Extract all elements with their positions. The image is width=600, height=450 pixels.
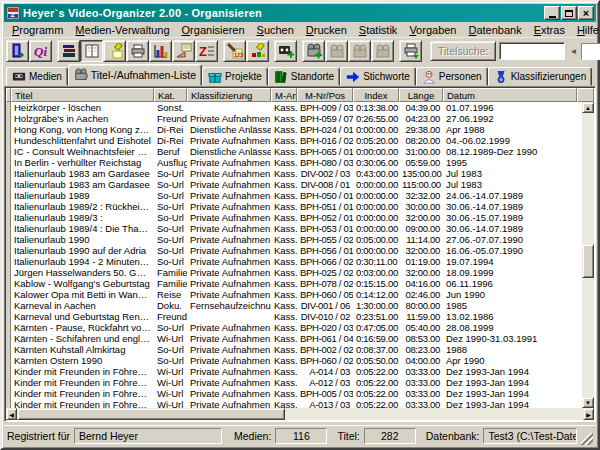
table-row[interactable]: Italienurlaub 1989/2 : Rückheim's kom...…	[6, 201, 582, 212]
window-titlebar[interactable]: 2 Heyer`s Video-Organizer 2.00 - Organis…	[4, 4, 596, 22]
cell-klassifizierung: Private Aufnahmen	[187, 322, 271, 333]
table-row[interactable]: Hundeschlittenfahrt und EishotelDi-ReiPr…	[6, 135, 582, 146]
table-row[interactable]: Holzgräbe's in AachenFreundePrivate Aufn…	[6, 113, 582, 124]
table-row[interactable]: Kinder mit Freunden in Föhrenau über...W…	[6, 399, 582, 408]
tab-klassifizierungen[interactable]: Klassifizierungen	[488, 67, 593, 86]
titelsuche-input[interactable]	[499, 42, 565, 60]
table-row[interactable]: Italienurlaub 1990So-UrlPrivate Aufnahme…	[6, 234, 582, 245]
organisieren-button[interactable]	[80, 40, 103, 62]
table-row[interactable]: Italienurlaub 1983 am GardaseeSo-UrlPriv…	[6, 179, 582, 190]
table-row[interactable]: Kablow - Wolfgang's GeburtstagFamiliePri…	[6, 278, 582, 289]
table-row[interactable]: Kinder mit Freunden in Föhrenau über...W…	[6, 388, 582, 399]
spinner-left-icon[interactable]: ◄	[568, 47, 578, 56]
scroll-right-button[interactable]: ▶	[583, 408, 594, 420]
tab-projekte[interactable]: Projekte	[202, 67, 268, 86]
exit-button[interactable]	[6, 40, 29, 62]
vertical-scroll-thumb[interactable]	[582, 244, 594, 278]
column-header-m-nr-pos[interactable]: M-Nr/Pos	[297, 88, 353, 102]
cell-m-art: Kass.	[271, 267, 297, 278]
table-row[interactable]: IC - Consult Weihnachtsfeier 1989 u.a...…	[6, 146, 582, 157]
table-row[interactable]: Kalower Opa mit Betti in WanneperwenReis…	[6, 289, 582, 300]
menu-item-suchen[interactable]: Suchen	[251, 24, 300, 36]
horizontal-scrollbar[interactable]: ◀ ▶	[6, 408, 594, 420]
table-row[interactable]: Kärnten - Schifahren und englische F...W…	[6, 333, 582, 344]
table-row[interactable]: Italienurlaub 1989So-UrlPrivate Aufnahme…	[6, 190, 582, 201]
table-row[interactable]: Italienurlaub 1990 auf der AdriaSo-UrlPr…	[6, 245, 582, 256]
cell-klassifizierung: Private Aufnahmen	[187, 135, 271, 146]
column-header-datum[interactable]: Datum	[443, 88, 577, 102]
table-row[interactable]: Kinder mit Freunden in Föhrenau über...W…	[6, 377, 582, 388]
druckliste-button[interactable]	[399, 40, 422, 62]
vorgaben-button[interactable]	[172, 40, 195, 62]
klassifizieren-button[interactable]: 123	[223, 40, 246, 62]
column-header-klassifizierung[interactable]: Klassifizierung	[187, 88, 271, 102]
tab-standorte[interactable]: Standorte	[268, 67, 340, 86]
cell-klassifizierung: Private Aufnahmen	[187, 190, 271, 201]
table-row[interactable]: Jürgen Hasselwanders 50. Geburtsta...Fam…	[6, 267, 582, 278]
neues-medium-button[interactable]	[274, 40, 297, 62]
table-row[interactable]: Hong Kong, von Hong Kong zurück n...Di-R…	[6, 124, 582, 135]
cell-m-art: Kass.	[271, 278, 297, 289]
spinner-value-box[interactable]	[581, 43, 600, 60]
menu-item-datenbank[interactable]: Datenbank	[462, 24, 527, 36]
close-button[interactable]: ×	[578, 6, 594, 20]
statistik-button[interactable]	[149, 40, 172, 62]
drucken-button[interactable]	[126, 40, 149, 62]
klassifizierung-suchen-button[interactable]	[246, 40, 269, 62]
table-row[interactable]: Italienurlaub 1989/3 :So-UrlPrivate Aufn…	[6, 212, 582, 223]
vertical-scrollbar[interactable]: ▲ ▼	[582, 102, 594, 408]
cell-klassifizierung: Private Aufnahmen	[187, 399, 271, 408]
tab-titel-aufnahmen-liste[interactable]: Titel-/Aufnahmen-Liste	[68, 64, 202, 86]
column-header-titel[interactable]: Titel	[11, 88, 154, 102]
menu-item-drucken[interactable]: Drucken	[300, 24, 353, 36]
cell-index: 0:00:00.00	[353, 146, 399, 157]
scroll-left-button[interactable]: ◀	[6, 408, 17, 420]
cell-titel: Italienurlaub 1989/3 :	[11, 212, 154, 223]
table-row[interactable]: Kärnten Ostern 1990So-UrlPrivate Aufnahm…	[6, 355, 582, 366]
suchen-button[interactable]	[103, 40, 126, 62]
table-row[interactable]: Italienurlaub 1989/4 : Die Thago und ...…	[6, 223, 582, 234]
neuer-titel-button[interactable]	[302, 40, 325, 62]
minimize-button[interactable]	[544, 6, 560, 20]
resize-grip[interactable]	[581, 433, 593, 445]
table-row[interactable]: Italienurlaub 1983 am GardaseeSo-UrlPriv…	[6, 168, 582, 179]
quickinfo-button[interactable]: Qi	[29, 40, 52, 62]
scroll-up-button[interactable]: ▲	[582, 102, 594, 113]
cell-datum: Dez 1993-Jan 1994	[443, 377, 577, 388]
column-header-m-art[interactable]: M-Art	[271, 88, 297, 102]
menu-item-vorgaben[interactable]: Vorgaben	[403, 24, 462, 36]
tab-medien[interactable]: Medien	[6, 67, 68, 86]
table-row[interactable]: Italienurlaub 1994 - 2 Minuten (!!)So-Ur…	[6, 256, 582, 267]
menu-item-hilfe[interactable]: Hilfe	[571, 24, 600, 36]
menu-item-programm[interactable]: Programm	[6, 24, 69, 36]
maximize-button[interactable]	[561, 6, 577, 20]
menu-item-medien-verwaltung[interactable]: Medien-Verwaltung	[69, 24, 175, 36]
column-header-l-nge[interactable]: Länge	[399, 88, 443, 102]
table-row[interactable]: In Berlin - verhüllter ReichstagAusflugP…	[6, 157, 582, 168]
cell-l-nge: 04:16.00	[399, 278, 443, 289]
cell-index: 0:13:38.00	[353, 102, 399, 113]
cell-l-nge: 32:32.00	[399, 190, 443, 201]
menu-item-extras[interactable]: Extras	[528, 24, 571, 36]
cell-kat: Freunde	[154, 311, 187, 322]
tab-stichworte[interactable]: Stichworte	[340, 67, 416, 86]
medien-verwaltung-button[interactable]	[57, 40, 80, 62]
column-header-index[interactable]: Index	[353, 88, 399, 102]
menu-item-statistik[interactable]: Statistik	[353, 24, 404, 36]
tab-label: Personen	[439, 71, 482, 82]
table-row[interactable]: Heizkörper - löschenSonst.Kass.BPH-009 /…	[6, 102, 582, 113]
titelsuche-button[interactable]: Titelsuche:	[430, 41, 496, 61]
cell-index: 1:30:00.00	[353, 300, 399, 311]
table-row[interactable]: Kinder mit Freunden in Föhrenau über...W…	[6, 366, 582, 377]
table-row[interactable]: Kärnten Kuhstall AlmkirtagSo-UrlPrivate …	[6, 344, 582, 355]
menu-item-organisieren[interactable]: Organisieren	[176, 24, 251, 36]
scroll-down-button[interactable]: ▼	[582, 397, 594, 408]
table-row[interactable]: Karneval und Geburtstag RenateFreundeKas…	[6, 311, 582, 322]
cell-m-art: Kass.	[271, 190, 297, 201]
horizontal-scroll-thumb[interactable]	[17, 408, 285, 420]
table-row[interactable]: Karneval in AachenDoku.Fernsehaufzeichnu…	[6, 300, 582, 311]
tab-personen[interactable]: Personen	[416, 67, 488, 86]
table-row[interactable]: Kärnten - Pause, Rückfahrt vom Som...So-…	[6, 322, 582, 333]
column-header-kat[interactable]: Kat.	[154, 88, 187, 102]
nummernliste-button[interactable]: Z	[195, 40, 218, 62]
